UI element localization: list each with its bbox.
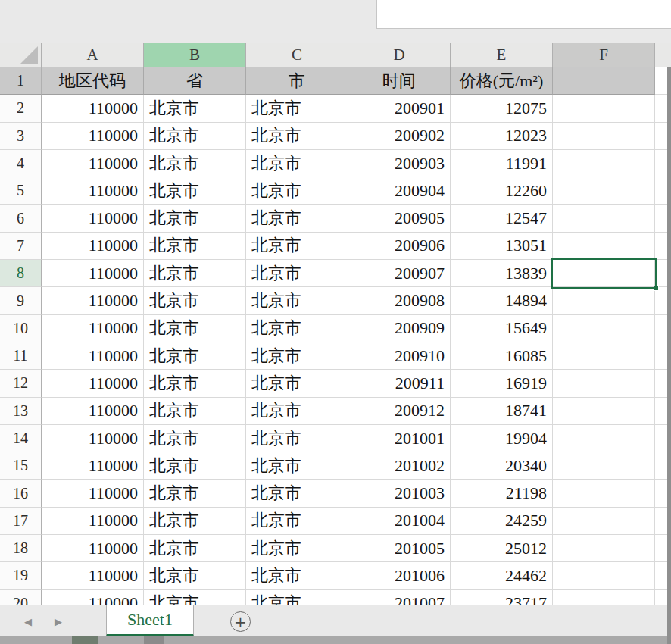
cell-B9[interactable]: 北京市 xyxy=(144,287,246,314)
row-header-3[interactable]: 3 xyxy=(0,123,42,150)
row-header-17[interactable]: 17 xyxy=(0,508,42,535)
cell-E7[interactable]: 13051 xyxy=(451,233,553,260)
cell-C4[interactable]: 北京市 xyxy=(246,150,348,177)
cell-F16[interactable] xyxy=(553,480,655,507)
cell-B3[interactable]: 北京市 xyxy=(144,123,246,150)
row-header-13[interactable]: 13 xyxy=(0,398,42,425)
cell-A8[interactable]: 110000 xyxy=(42,260,144,287)
cell-C19[interactable]: 北京市 xyxy=(246,562,348,589)
cell-A5[interactable]: 110000 xyxy=(42,177,144,205)
cell-E16[interactable]: 21198 xyxy=(451,480,553,507)
cell-F2[interactable] xyxy=(553,95,655,122)
cell-E13[interactable]: 18741 xyxy=(451,398,553,425)
row-header-18[interactable]: 18 xyxy=(0,535,42,562)
row-header-4[interactable]: 4 xyxy=(0,150,42,177)
cell-A2[interactable]: 110000 xyxy=(42,95,144,122)
row-header-15[interactable]: 15 xyxy=(0,452,42,480)
select-all-corner[interactable] xyxy=(0,43,42,67)
cell-B19[interactable]: 北京市 xyxy=(144,562,246,589)
cell-E17[interactable]: 24259 xyxy=(451,508,553,535)
cell-A15[interactable]: 110000 xyxy=(42,452,144,480)
cell-D17[interactable]: 201004 xyxy=(348,508,451,535)
cell-A16[interactable]: 110000 xyxy=(42,480,144,507)
row-header-10[interactable]: 10 xyxy=(0,315,42,342)
cell-E2[interactable]: 12075 xyxy=(451,95,553,122)
row-header-20[interactable]: 20 xyxy=(0,590,42,605)
cell-E6[interactable]: 12547 xyxy=(451,205,553,232)
sheet-nav-right-icon[interactable]: ▶ xyxy=(47,605,70,637)
cell-F8[interactable] xyxy=(553,260,655,287)
cell-B2[interactable]: 北京市 xyxy=(144,95,246,122)
cell-D13[interactable]: 200912 xyxy=(348,398,451,425)
cell-C12[interactable]: 北京市 xyxy=(246,370,348,397)
cell-A14[interactable]: 110000 xyxy=(42,425,144,452)
row-header-2[interactable]: 2 xyxy=(0,95,42,122)
cell-A9[interactable]: 110000 xyxy=(42,287,144,314)
column-header-C[interactable]: C xyxy=(246,43,348,67)
sheet-tab-sheet1[interactable]: Sheet1 xyxy=(106,605,194,636)
cell-D4[interactable]: 200903 xyxy=(348,150,451,177)
cell-B8[interactable]: 北京市 xyxy=(144,260,246,287)
column-header-D[interactable]: D xyxy=(348,43,451,67)
cell-D1[interactable]: 时间 xyxy=(348,67,451,95)
cell-C1[interactable]: 市 xyxy=(246,67,348,95)
cell-B11[interactable]: 北京市 xyxy=(144,342,246,370)
cell-C8[interactable]: 北京市 xyxy=(246,260,348,287)
cell-C7[interactable]: 北京市 xyxy=(246,233,348,260)
cell-B17[interactable]: 北京市 xyxy=(144,508,246,535)
cell-C3[interactable]: 北京市 xyxy=(246,123,348,150)
cell-D15[interactable]: 201002 xyxy=(348,452,451,480)
cell-E18[interactable]: 25012 xyxy=(451,535,553,562)
cell-C15[interactable]: 北京市 xyxy=(246,452,348,480)
cell-F10[interactable] xyxy=(553,315,655,342)
cell-D18[interactable]: 201005 xyxy=(348,535,451,562)
cell-E14[interactable]: 19904 xyxy=(451,425,553,452)
cell-D11[interactable]: 200910 xyxy=(348,342,451,370)
cell-C18[interactable]: 北京市 xyxy=(246,535,348,562)
cell-C6[interactable]: 北京市 xyxy=(246,205,348,232)
cell-C17[interactable]: 北京市 xyxy=(246,508,348,535)
cell-F13[interactable] xyxy=(553,398,655,425)
cell-E4[interactable]: 11991 xyxy=(451,150,553,177)
cell-D7[interactable]: 200906 xyxy=(348,233,451,260)
cell-F5[interactable] xyxy=(553,177,655,205)
row-header-11[interactable]: 11 xyxy=(0,342,42,370)
cell-F20[interactable] xyxy=(553,590,655,605)
cell-C13[interactable]: 北京市 xyxy=(246,398,348,425)
cell-A17[interactable]: 110000 xyxy=(42,508,144,535)
cell-D9[interactable]: 200908 xyxy=(348,287,451,314)
cell-F12[interactable] xyxy=(553,370,655,397)
cell-A20[interactable]: 110000 xyxy=(42,590,144,605)
cell-B4[interactable]: 北京市 xyxy=(144,150,246,177)
cell-E1[interactable]: 价格(元/m²) xyxy=(451,67,553,95)
cell-E19[interactable]: 24462 xyxy=(451,562,553,589)
cell-A18[interactable]: 110000 xyxy=(42,535,144,562)
row-header-8[interactable]: 8 xyxy=(0,260,42,287)
cell-F3[interactable] xyxy=(553,123,655,150)
row-header-6[interactable]: 6 xyxy=(0,205,42,232)
cell-D2[interactable]: 200901 xyxy=(348,95,451,122)
cell-E15[interactable]: 20340 xyxy=(451,452,553,480)
cell-C20[interactable]: 北京市 xyxy=(246,590,348,605)
row-header-16[interactable]: 16 xyxy=(0,480,42,507)
row-header-12[interactable]: 12 xyxy=(0,370,42,397)
cell-B18[interactable]: 北京市 xyxy=(144,535,246,562)
cell-E20[interactable]: 23717 xyxy=(451,590,553,605)
cell-C2[interactable]: 北京市 xyxy=(246,95,348,122)
cell-F11[interactable] xyxy=(553,342,655,370)
cell-E8[interactable]: 13839 xyxy=(451,260,553,287)
cell-D5[interactable]: 200904 xyxy=(348,177,451,205)
cell-B7[interactable]: 北京市 xyxy=(144,233,246,260)
cell-D3[interactable]: 200902 xyxy=(348,123,451,150)
cell-A3[interactable]: 110000 xyxy=(42,123,144,150)
cell-B20[interactable]: 北京市 xyxy=(144,590,246,605)
cell-F17[interactable] xyxy=(553,508,655,535)
cell-C9[interactable]: 北京市 xyxy=(246,287,348,314)
column-header-A[interactable]: A xyxy=(42,43,144,67)
cell-C16[interactable]: 北京市 xyxy=(246,480,348,507)
sheet-nav-left-icon[interactable]: ◀ xyxy=(17,605,39,637)
cell-B14[interactable]: 北京市 xyxy=(144,425,246,452)
cell-A11[interactable]: 110000 xyxy=(42,342,144,370)
add-sheet-button[interactable]: + xyxy=(230,611,251,632)
cell-E3[interactable]: 12023 xyxy=(451,123,553,150)
